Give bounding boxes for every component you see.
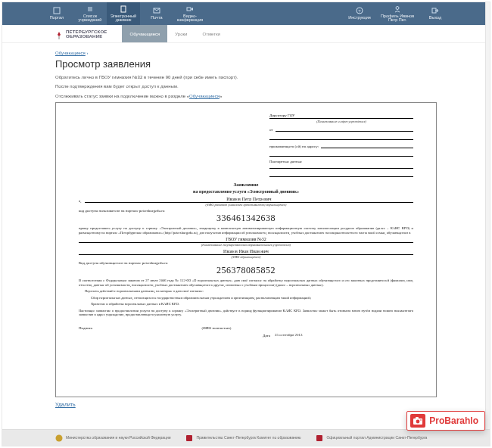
intro-link[interactable]: Обучающиеся [189,94,220,98]
footer-label: Министерство образования и науки Российс… [66,436,170,440]
application-document: Директору ГОУ (Наименование и адрес учре… [55,102,437,397]
doc-code2: 256378085852 [79,265,413,276]
tab-lessons[interactable]: Уроки [167,25,195,42]
footer: Министерство образования и науки Российс… [2,429,490,446]
doc-school-caption: (Наименование государственного образоват… [79,243,413,247]
doc-ya: я, [79,199,82,203]
header-tabs: Обучающиеся Уроки Отметки [122,25,227,42]
help-icon: ? [356,7,363,14]
nav-label: Список учреждений [73,14,107,23]
svg-point-20 [421,419,422,421]
svg-point-10 [396,6,399,9]
doc-title: Заявление [79,182,413,188]
nav-label: Профиль Иванов Петр Пет. [376,14,419,23]
breadcrumb-sep: › [86,51,88,55]
header-bar: ПЕТЕРБУРГСКОЕ ОБРАЗОВАНИЕ Обучающиеся Ур… [2,25,490,43]
nav-diary[interactable]: Электронный дневник [107,2,140,25]
doc-action1: Сбор персональных данных, относящихся к … [79,296,413,300]
doc-to-label: Директору ГОУ [269,114,295,117]
probarahlo-badge[interactable]: ProBarahlo [406,411,485,431]
mail-icon [153,7,160,14]
nav-portal[interactable]: Портал [40,2,73,25]
svg-rect-6 [187,8,191,11]
nav-exit[interactable]: Выход [419,2,452,25]
svg-rect-16 [316,435,322,441]
svg-point-19 [416,420,420,424]
intro-line2: После подтверждения вам будет открыт дос… [55,83,437,89]
doc-date-label: Дата [263,334,270,338]
nav-profile[interactable]: Профиль Иванов Петр Пет. [376,2,419,25]
portal-icon [53,7,61,14]
page-title: Просмотр заявления [55,58,437,70]
svg-rect-15 [186,435,192,441]
nav-label: Портал [50,16,64,20]
nav-help[interactable]: ? Инструкция [343,2,376,25]
intro-line3a: Отслеживать статус заявки на подключение… [55,94,189,98]
crest-ru-icon [55,434,63,442]
doc-passport-label: Паспортные данные [269,160,302,163]
svg-point-14 [56,434,63,441]
footer-spb-admin[interactable]: Официальный портал Администрации Санкт-П… [316,434,427,442]
doc-parent-name: Иванов Петр Петрович [85,197,413,203]
doc-signature-label: Подпись [79,326,92,330]
doc-parent-caption: (ФИО родителя (законного представителя) … [79,203,413,207]
intro-line1: Обратитесь лично в ГБОУ гимназия №32 в т… [55,74,437,80]
doc-date-value: 25 сентября 2013 [275,333,302,337]
crest-spb-icon [185,434,193,442]
nav-institutions[interactable]: Список учреждений [73,2,107,25]
doc-signature-caption: (ФИО полностью) [201,326,413,330]
doc-school-name: ГБОУ гимназия №32 [79,237,413,243]
doc-request-para: прошу предоставить услугу по доступу к с… [79,226,413,235]
intro-line3: Отслеживать статус заявки на подключение… [55,93,437,99]
doc-student-caption: (ФИО обучающегося) [79,255,413,259]
nav-label: Почта [151,16,162,20]
svg-text:?: ? [358,9,361,14]
doc-to-caption: (Наименование и адрес учреждения) [269,120,413,123]
footer-spb-gov[interactable]: Правительство Санкт-Петербурга Комитет п… [185,434,300,442]
nav-label: Выход [429,16,441,20]
nav-label: Видео-конференция [173,14,207,23]
crest-admin-icon [316,434,323,442]
brand-text: ПЕТЕРБУРГСКОЕ ОБРАЗОВАНИЕ [66,30,107,39]
nav-spacer [207,2,343,25]
exit-icon [431,7,439,14]
breadcrumb-link[interactable]: Обучающиеся [55,51,86,55]
doc-consent-para: В соответствии с Федеральным законом от … [79,278,413,287]
right-strip [485,2,490,446]
footer-label: Официальный портал Администрации Санкт-П… [326,436,427,440]
brand-line2: ОБРАЗОВАНИЕ [66,34,102,39]
svg-rect-0 [54,8,60,14]
list-icon [86,5,94,13]
nav-video[interactable]: Видео-конференция [173,2,207,25]
intro-line3b: » [220,94,222,98]
footer-ministry[interactable]: Министерство образования и науки Российс… [55,434,170,442]
page-content: Обучающиеся › Просмотр заявления Обратит… [2,43,490,429]
breadcrumb: Обучающиеся › [55,51,437,55]
doc-subtitle: на предоставление услуги «Электронный дн… [79,189,413,194]
profile-icon [394,5,401,13]
top-nav: Портал Список учреждений Электронный дне… [2,2,490,25]
camera-icon [410,414,425,428]
tab-grades[interactable]: Отметки [195,25,227,42]
badge-text: ProBarahlo [429,415,478,426]
nav-label: Инструкция [348,16,371,20]
svg-rect-13 [59,36,60,39]
brand[interactable]: ПЕТЕРБУРГСКОЕ ОБРАЗОВАНИЕ [55,30,107,39]
nav-label: Электронный дневник [107,14,140,23]
video-icon [186,5,194,13]
doc-addr-label: проживающего (ей) по адресу: [269,145,319,148]
doc-validity-para: Настоящее заявление о предоставлении усл… [79,309,413,317]
delete-link[interactable]: Удалить [55,402,76,407]
svg-rect-4 [121,6,126,12]
doc-action2: Хранение и обработка персональных данных… [79,302,413,306]
diary-icon [120,5,127,13]
doc-student-name: Иванов Иван Иванович [79,249,413,255]
doc-code1: 336461342638 [79,213,413,224]
doc-actions-intro: Перечень действий с персональными данным… [79,289,413,294]
doc-from-label: от [269,128,273,132]
tab-students[interactable]: Обучающиеся [122,25,167,42]
footer-label: Правительство Санкт-Петербурга Комитет п… [196,436,300,440]
nav-mail[interactable]: Почта [140,2,173,25]
svg-rect-18 [416,417,419,419]
brand-logo-icon [55,30,63,39]
